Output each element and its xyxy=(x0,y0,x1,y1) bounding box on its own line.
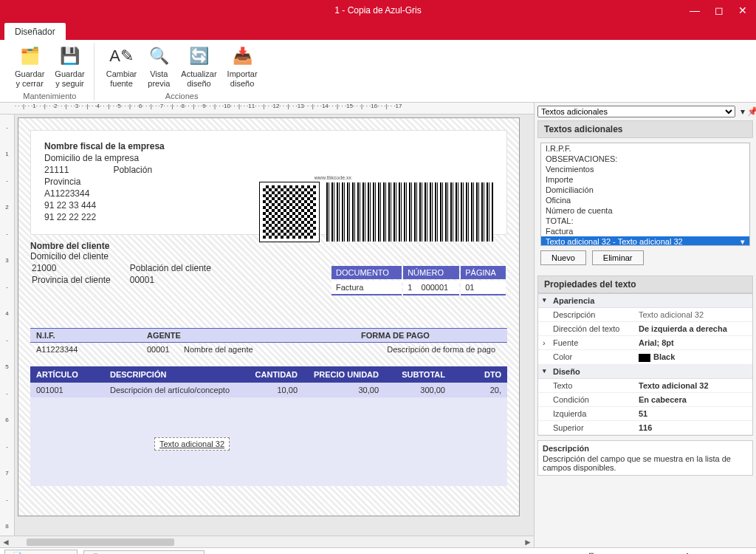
items-row: 001001 Descripción del artículo/concepto… xyxy=(30,383,507,397)
additional-texts-list[interactable]: I.R.P.F. OBSERVACIONES: Vencimientos Imp… xyxy=(540,143,750,246)
change-font-button[interactable]: A✎ Cambiar fuente xyxy=(102,43,142,90)
status-icon-5[interactable]: BAi xyxy=(642,551,656,554)
items-header: ARTÍCULO DESCRIPCIÓN CANTIDAD PRECIO UNI… xyxy=(30,366,507,383)
selected-text-field[interactable]: Texto adicional 32 xyxy=(154,437,230,451)
horizontal-scrollbar[interactable]: ◄► xyxy=(0,536,534,547)
font-icon: A✎ xyxy=(110,44,134,68)
minimize-icon[interactable]: — xyxy=(690,4,700,16)
company-name: Nombre fiscal de la empresa xyxy=(44,141,493,151)
list-item[interactable]: Importe xyxy=(541,174,749,185)
barcode xyxy=(326,182,493,242)
import-design-button[interactable]: 📥 Importar diseño xyxy=(223,43,262,90)
properties-title: Propiedades del texto xyxy=(537,276,753,293)
ribbon-tabs: Diseñador xyxy=(0,21,756,40)
dropdown-icon[interactable]: ▾ xyxy=(738,106,747,117)
preview-button[interactable]: 🔍 Vista previa xyxy=(142,43,175,90)
ribbon: 🗂️ Guardar y cerrar 💾 Guardar y seguir M… xyxy=(0,40,756,103)
pin-icon[interactable]: 📌 xyxy=(747,106,756,117)
save-close-button[interactable]: 🗂️ Guardar y cerrar xyxy=(10,43,49,90)
close-icon[interactable]: ✕ xyxy=(738,4,747,16)
qr-code xyxy=(260,182,319,242)
list-item[interactable]: Oficina xyxy=(541,195,749,205)
list-item-selected[interactable]: Texto adicional 32 - Texto adicional 32 … xyxy=(541,236,749,246)
status-icon-6[interactable]: ▥ xyxy=(662,551,675,554)
status-icon-2[interactable]: 🖶 xyxy=(585,551,598,554)
title-bar: 1 - Copia de Azul-Gris — ◻ ✕ xyxy=(0,0,756,21)
maximize-icon[interactable]: ◻ xyxy=(715,4,724,16)
company-block: Nombre fiscal de la empresa Domicilio de… xyxy=(30,130,507,235)
list-item[interactable]: Domiciliación xyxy=(541,185,749,195)
import-icon: 📥 xyxy=(230,44,254,68)
status-printer-button[interactable]: 🖶Impresora / Tipo de papel xyxy=(83,550,205,554)
page[interactable]: Régimen especial del criterio de caja No… xyxy=(18,117,520,516)
panel-title: Textos adicionales xyxy=(537,120,753,138)
status-bar: 📄Información 🖶Impresora / Tipo de papel … xyxy=(0,547,756,554)
company-address: Domicilio de la empresa xyxy=(44,153,493,163)
horizontal-ruler: · · ·|· · ·1· · ·|· · ·2· · ·|· · ·3· · … xyxy=(0,103,534,114)
properties-panel: Textos adicionales ▾ 📌 Textos adicionale… xyxy=(535,103,756,547)
status-nav-left[interactable]: ◄ xyxy=(719,551,732,554)
list-item[interactable]: Número de cuenta xyxy=(541,205,749,216)
list-item[interactable]: OBSERVACIONES: xyxy=(541,154,749,164)
list-item[interactable]: TOTAL: xyxy=(541,216,749,226)
save-continue-button[interactable]: 💾 Guardar y seguir xyxy=(50,43,89,90)
delete-button[interactable]: Eliminar xyxy=(592,250,644,265)
list-item[interactable]: Factura xyxy=(541,226,749,236)
document-number-table: DOCUMENTONÚMEROPÁGINA Factura1 00000101 xyxy=(330,264,507,297)
color-swatch xyxy=(639,354,650,362)
description-box: Descripción Descripción del campo que se… xyxy=(537,440,753,476)
status-nav-right[interactable]: ► xyxy=(738,551,752,554)
items-body-area[interactable]: Texto adicional 32 xyxy=(30,397,507,486)
category-design[interactable]: Diseño xyxy=(538,365,752,379)
category-appearance[interactable]: Apariencia xyxy=(538,294,752,308)
panel-selector[interactable]: Textos adicionales xyxy=(537,106,735,117)
status-icon-3[interactable]: ▦ xyxy=(604,551,617,554)
tab-designer[interactable]: Diseñador xyxy=(4,23,66,40)
refresh-design-button[interactable]: 🔄 Actualizar diseño xyxy=(176,43,221,90)
design-canvas[interactable]: · · ·|· · ·1· · ·|· · ·2· · ·|· · ·3· · … xyxy=(0,103,535,547)
save-close-icon: 🗂️ xyxy=(18,44,41,68)
status-icon-4[interactable]: TKB xyxy=(623,551,636,554)
ribbon-group-maintenance: Mantenimiento xyxy=(23,92,76,100)
status-icon-8[interactable]: ✕ xyxy=(700,551,713,554)
window-title: 1 - Copia de Azul-Gris xyxy=(334,5,421,16)
status-icon-7[interactable]: A̲ xyxy=(681,551,694,554)
refresh-icon: 🔄 xyxy=(187,44,210,68)
list-item[interactable]: Vencimientos xyxy=(541,164,749,174)
vertical-ruler: -1-2-3-4-5-6-7-8-9-10-11-12-13-14 xyxy=(0,114,15,536)
new-button[interactable]: Nuevo xyxy=(540,250,586,265)
ribbon-group-actions: Acciones xyxy=(165,92,199,100)
preview-icon: 🔍 xyxy=(147,44,171,68)
status-info-button[interactable]: 📄Información xyxy=(4,550,78,554)
status-icon-1[interactable]: ◔ xyxy=(566,551,579,554)
save-continue-icon: 💾 xyxy=(58,44,82,68)
property-grid[interactable]: Apariencia DescripciónTexto adicional 32… xyxy=(537,293,753,436)
list-item[interactable]: I.R.P.F. xyxy=(541,143,749,154)
agent-bar: N.I.F. AGENTE FORMA DE PAGO A11223344 00… xyxy=(30,328,507,356)
